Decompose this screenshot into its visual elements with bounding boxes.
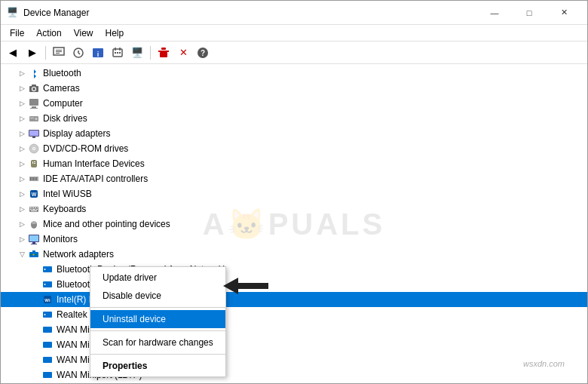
help-toolbar-button[interactable]: ? xyxy=(194,44,212,62)
action-button[interactable] xyxy=(109,44,127,62)
icon-realtek xyxy=(41,309,54,321)
svg-rect-63 xyxy=(32,250,35,252)
label-hid: Human Interface Devices xyxy=(43,158,145,169)
svg-rect-38 xyxy=(33,177,34,180)
svg-point-61 xyxy=(33,254,35,256)
svg-rect-37 xyxy=(32,177,32,180)
tree-item-wan-l2tp[interactable]: WAN Miniport (L2TP) xyxy=(1,367,587,382)
tree-item-wan-ikev2[interactable]: WAN Miniport (IKEv2) xyxy=(1,322,587,337)
svg-text:?: ? xyxy=(201,49,205,57)
tree-panel[interactable]: ▷ Bluetooth ▷ Cameras ▷ Computer xyxy=(1,64,587,383)
icon-wan-l2tp xyxy=(41,369,54,381)
svg-rect-51 xyxy=(31,210,37,211)
tree-item-intel-wiusb[interactable]: ▷ W Intel WiUSB xyxy=(1,186,587,201)
back-button[interactable]: ◀ xyxy=(4,44,22,62)
icon-bt-pan xyxy=(41,263,54,275)
svg-rect-34 xyxy=(34,163,35,164)
properties-button[interactable] xyxy=(50,44,68,62)
info-button[interactable]: i xyxy=(89,44,107,62)
expander-disk-drives: ▷ xyxy=(16,112,28,124)
svg-rect-32 xyxy=(32,161,33,164)
tree-item-bt-pan[interactable]: Bluetooth Device (Personal Area Network) xyxy=(1,262,587,277)
tree-item-network-adapters[interactable]: ▽ Network adapters xyxy=(1,247,587,262)
icon-network-adapters xyxy=(28,248,40,260)
menu-help[interactable]: Help xyxy=(100,26,130,40)
svg-rect-57 xyxy=(32,242,35,244)
tree-item-realtek[interactable]: Realtek PCIe GBE Family Controller xyxy=(1,307,587,322)
svg-rect-26 xyxy=(29,131,38,136)
label-keyboards: Keyboards xyxy=(43,204,86,214)
svg-rect-49 xyxy=(32,209,35,210)
ctx-separator-3 xyxy=(90,354,225,355)
ctx-update-driver[interactable]: Update driver xyxy=(90,269,225,287)
icon-computer xyxy=(28,97,40,109)
toolbar-separator-2 xyxy=(150,46,151,60)
svg-rect-24 xyxy=(30,118,34,118)
forward-button[interactable]: ▶ xyxy=(23,44,41,62)
svg-text:i: i xyxy=(97,51,100,58)
delete-button[interactable] xyxy=(155,44,173,62)
watermark: wsxdn.com xyxy=(523,359,565,368)
scan-button[interactable] xyxy=(69,44,87,62)
arrow-annotation xyxy=(223,276,276,296)
tree-item-mice[interactable]: ▷ Mice and other pointing devices xyxy=(1,217,587,232)
monitor-button[interactable]: 🖥️ xyxy=(128,44,146,62)
tree-item-cameras[interactable]: ▷ Cameras xyxy=(1,81,587,96)
icon-monitors xyxy=(28,233,40,245)
svg-rect-18 xyxy=(32,84,36,87)
svg-rect-12 xyxy=(161,48,166,50)
minimize-button[interactable]: — xyxy=(477,1,512,25)
svg-text:W: W xyxy=(32,192,37,197)
tree-item-computer[interactable]: ▷ Computer xyxy=(1,96,587,111)
menu-view[interactable]: View xyxy=(68,26,100,40)
tree-item-intel-wifi[interactable]: Wi Intel(R) Dual Band Wireless-AC 3160 xyxy=(1,292,587,307)
svg-rect-8 xyxy=(115,52,116,54)
tree-item-bluetooth[interactable]: ▷ Bluetooth xyxy=(1,66,587,81)
menu-file[interactable]: File xyxy=(4,26,30,40)
device-manager-window: 🖥️ Device Manager — □ ✕ File Action View… xyxy=(0,0,588,384)
tree-item-hid[interactable]: ▷ Human Interface Devices xyxy=(1,156,587,171)
close-button[interactable]: ✕ xyxy=(547,1,581,25)
label-intel-wiusb: Intel WiUSB xyxy=(43,189,92,199)
menu-bar: File Action View Help xyxy=(1,25,587,41)
tree-item-ide[interactable]: ▷ IDE ATA/ATAPI controllers xyxy=(1,171,587,186)
tree-item-dvd[interactable]: ▷ DVD/CD-ROM drives xyxy=(1,141,587,156)
svg-rect-2 xyxy=(56,51,62,52)
icon-ide xyxy=(28,173,40,185)
close-toolbar-button[interactable]: ✕ xyxy=(174,44,192,62)
icon-cameras xyxy=(28,82,40,94)
svg-rect-47 xyxy=(37,207,38,208)
expander-wan-ikev2 xyxy=(29,324,41,336)
ctx-scan-hardware[interactable]: Scan for hardware changes xyxy=(90,333,225,352)
tree-item-disk-drives[interactable]: ▷ Disk drives xyxy=(1,111,587,126)
tree-item-wan-ipv6[interactable]: WAN Miniport (IPv6) xyxy=(1,352,587,367)
tree-item-wan-ip[interactable]: WAN Miniport (IP) xyxy=(1,337,587,352)
title-bar: 🖥️ Device Manager — □ ✕ xyxy=(1,1,587,25)
expander-ide: ▷ xyxy=(16,173,28,185)
title-bar-left: 🖥️ Device Manager xyxy=(7,7,89,19)
tree-item-wan-netmon[interactable]: WAN Miniport (Network Monitor) xyxy=(1,382,587,383)
ctx-separator-2 xyxy=(90,330,225,331)
tree-item-keyboards[interactable]: ▷ Keyboards xyxy=(1,201,587,217)
svg-rect-48 xyxy=(30,209,32,210)
tree-item-bt-rfcomm[interactable]: Bluetooth Device (RFCOMM Protocol TDI) xyxy=(1,277,587,292)
svg-rect-33 xyxy=(34,161,35,162)
icon-mice xyxy=(28,218,40,230)
label-display-adapters: Display adapters xyxy=(43,128,110,139)
ctx-disable-device[interactable]: Disable device xyxy=(90,287,225,305)
tree-item-display-adapters[interactable]: ▷ Display adapters xyxy=(1,126,587,141)
label-network-adapters: Network adapters xyxy=(43,249,114,260)
svg-rect-46 xyxy=(35,207,36,208)
svg-rect-39 xyxy=(35,177,35,180)
svg-rect-50 xyxy=(36,209,38,210)
ctx-properties[interactable]: Properties xyxy=(90,357,225,375)
ctx-uninstall-device[interactable]: Uninstall device xyxy=(90,310,225,328)
expander-dvd: ▷ xyxy=(16,143,28,155)
expander-monitors: ▷ xyxy=(16,233,28,245)
tree-item-monitors[interactable]: ▷ Monitors xyxy=(1,232,587,247)
svg-rect-74 xyxy=(43,357,52,363)
app-icon: 🖥️ xyxy=(7,7,19,19)
maximize-button[interactable]: □ xyxy=(512,1,547,25)
menu-action[interactable]: Action xyxy=(30,26,67,40)
svg-rect-20 xyxy=(32,106,36,108)
